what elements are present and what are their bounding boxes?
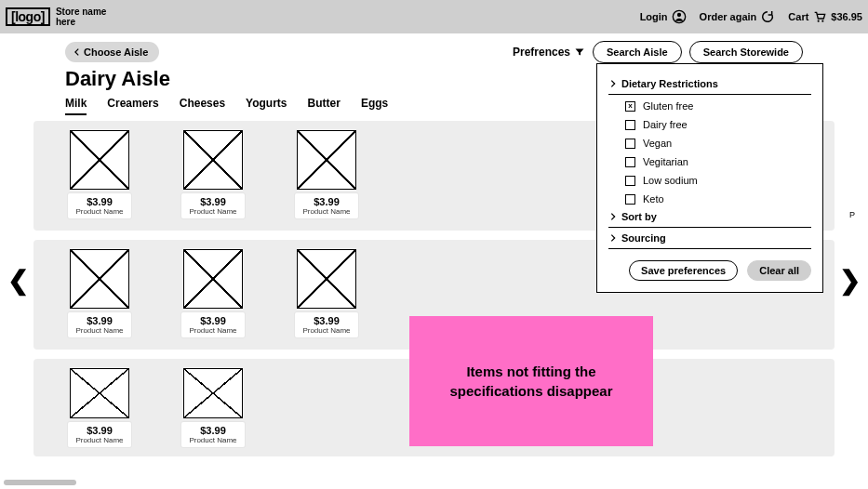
chevron-right-icon [608,79,618,88]
pref-option[interactable]: Dairy free [625,119,811,130]
pref-option[interactable]: Low sodium [625,175,811,186]
svg-point-2 [818,20,820,22]
product-price: $3.99 [189,196,236,207]
product-price: $3.99 [75,196,123,207]
product-info: $3.99Product Name [295,193,357,218]
product-price: $3.99 [302,315,350,326]
product-card[interactable]: $3.99Product Name [179,130,247,221]
pref-options: xGluten freeDairy freeVeganVegitarianLow… [608,95,811,206]
tab-butter[interactable]: Butter [308,97,341,115]
checkbox[interactable] [625,176,635,186]
annotation-note: Items not fitting the specifications dis… [409,316,653,446]
product-image-placeholder [70,368,129,418]
login-button[interactable]: Login [640,9,687,24]
chevron-left-icon [73,47,82,57]
product-image-placeholder [297,249,356,309]
pref-option-label: Vegitarian [643,156,688,167]
user-icon [672,9,687,24]
checkbox[interactable]: x [625,101,635,112]
product-name: Product Name [302,326,350,335]
pref-option-label: Gluten free [643,100,693,112]
filter-icon [574,46,585,58]
top-bar: [logo] Store name here Login Order again… [0,0,868,33]
product-image-placeholder [70,130,129,190]
order-again-label: Order again [700,11,757,22]
product-card[interactable]: $3.99Product Name [292,130,361,221]
pref-section-sort[interactable]: Sort by [608,206,811,228]
tab-cheeses[interactable]: Cheeses [180,97,225,115]
product-name: Product Name [189,436,236,444]
product-info: $3.99Product Name [181,193,244,218]
carousel-next-button[interactable]: ❯ [839,265,861,296]
product-name: Product Name [302,207,350,216]
header-row: Choose Aisle Prefrences Search Aisle Sea… [0,33,868,63]
order-again-button[interactable]: Order again [700,9,776,24]
product-image-placeholder [70,249,129,309]
chevron-right-icon [608,212,618,221]
pref-option-label: Keto [643,193,664,205]
product-name: Product Name [75,326,123,335]
choose-aisle-button[interactable]: Choose Aisle [65,42,159,62]
tab-yogurts[interactable]: Yogurts [246,97,287,115]
checkbox[interactable] [625,139,635,149]
pref-option[interactable]: xGluten free [625,100,811,112]
horizontal-scrollbar[interactable] [4,480,76,485]
checkbox[interactable] [625,157,635,167]
product-info: $3.99Product Name [295,312,357,337]
preferences-panel: Dietary Restrictions xGluten freeDairy f… [596,63,823,293]
tab-eggs[interactable]: Eggs [361,97,388,115]
product-image-placeholder [183,249,243,309]
refresh-icon [760,9,775,24]
cart-icon [812,9,827,24]
logo: [logo] [6,7,50,26]
pref-option[interactable]: Vegan [625,138,811,149]
pref-option-label: Low sodium [643,175,698,186]
choose-aisle-label: Choose Aisle [84,46,148,58]
product-image-placeholder [297,130,356,190]
peek-next-product: P [849,210,855,219]
cart-total: $36.95 [831,11,862,22]
preferences-label: Prefrences [513,46,570,59]
preferences-toggle[interactable]: Prefrences [513,46,585,59]
product-card[interactable]: $3.99Product Name [292,249,361,340]
cart-label: Cart [788,11,808,22]
chevron-right-icon [608,233,618,243]
pref-option-label: Vegan [643,138,672,149]
pref-sort-label: Sort by [621,211,657,222]
product-price: $3.99 [189,315,236,326]
carousel-prev-button[interactable]: ❮ [7,265,29,296]
pref-section-sourcing[interactable]: Sourcing [608,228,811,249]
tab-milk[interactable]: Milk [65,97,87,115]
save-preferences-button[interactable]: Save preferences [629,260,738,281]
product-image-placeholder [183,368,243,418]
login-label: Login [640,11,668,22]
product-price: $3.99 [302,196,350,207]
product-info: $3.99Product Name [68,422,130,447]
search-storewide-button[interactable]: Search Storewide [689,41,803,63]
product-price: $3.99 [75,425,123,436]
svg-point-3 [822,20,824,22]
pref-section-dietary[interactable]: Dietary Restrictions [608,73,811,95]
checkbox[interactable] [625,120,635,130]
pref-option-label: Dairy free [643,119,688,130]
product-name: Product Name [189,326,236,335]
pref-option[interactable]: Vegitarian [625,156,811,167]
product-card[interactable]: $3.99Product Name [179,368,247,447]
pref-sourcing-label: Sourcing [621,232,666,244]
clear-all-button[interactable]: Clear all [747,260,811,281]
product-card[interactable]: $3.99Product Name [65,368,134,447]
svg-point-1 [676,13,680,17]
product-name: Product Name [75,207,123,216]
product-card[interactable]: $3.99Product Name [65,130,134,221]
tab-creamers[interactable]: Creamers [107,97,158,115]
checkbox[interactable] [625,194,635,205]
product-card[interactable]: $3.99Product Name [65,249,134,340]
cart-button[interactable]: Cart $36.95 [788,9,862,24]
pref-option[interactable]: Keto [625,193,811,205]
product-info: $3.99Product Name [181,422,244,447]
product-price: $3.99 [75,315,123,326]
search-aisle-button[interactable]: Search Aisle [593,41,682,63]
product-card[interactable]: $3.99Product Name [179,249,247,340]
product-info: $3.99Product Name [68,193,130,218]
product-name: Product Name [75,436,123,444]
